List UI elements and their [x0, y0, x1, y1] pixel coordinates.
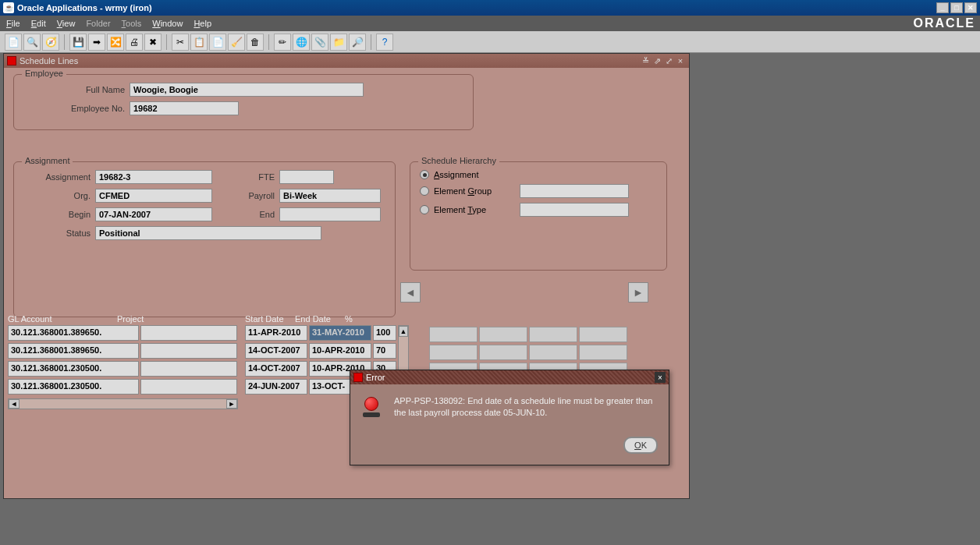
org-field[interactable]: CFMED — [95, 189, 212, 203]
ph-cell[interactable] — [479, 345, 527, 360]
fte-field[interactable] — [279, 170, 334, 184]
zoom-icon[interactable]: 🔎 — [349, 34, 366, 51]
hierarchy-legend: Schedule Hierarchy — [418, 156, 499, 165]
menu-tools[interactable]: Tools — [122, 19, 142, 28]
intwin-close-icon[interactable]: × — [675, 55, 686, 66]
radio-element-group[interactable] — [420, 186, 429, 196]
assignment-field[interactable]: 19682-3 — [95, 170, 212, 184]
grid-cell[interactable]: 31-MAY-2010 — [309, 325, 371, 341]
folder-tools-icon[interactable]: 📁 — [330, 34, 347, 51]
table-row[interactable]: 30.121.368001.389650.11-APR-201031-MAY-2… — [8, 325, 398, 341]
full-name-label: Full Name — [23, 85, 125, 94]
assignment-label: Assignment — [23, 172, 91, 182]
grid-cell[interactable] — [140, 361, 237, 377]
error-close-button[interactable]: × — [655, 372, 666, 383]
internal-window-titlebar: Schedule Lines ≚ ⇗ ⤢ × — [4, 54, 689, 68]
grid-cell[interactable]: 24-JUN-2007 — [245, 379, 307, 395]
maximize-button[interactable]: □ — [950, 2, 963, 13]
clear-icon[interactable]: 🧹 — [228, 34, 245, 51]
menu-folder[interactable]: Folder — [86, 19, 110, 28]
grid-cell[interactable]: 11-APR-2010 — [245, 325, 307, 341]
scroll-left-icon[interactable]: ◄ — [9, 399, 20, 409]
print-icon[interactable]: 🖨 — [126, 34, 143, 51]
menu-file[interactable]: File — [6, 19, 20, 28]
grid-cell[interactable]: 100 — [373, 325, 396, 341]
grid-cell[interactable]: 10-APR-2010 — [309, 343, 371, 359]
employee-fieldset: Employee Full Name Woogie, Boogie Employ… — [13, 74, 474, 130]
intwin-maximize-icon[interactable]: ⤢ — [663, 55, 674, 66]
scroll-right-icon[interactable]: ► — [226, 399, 237, 409]
table-row[interactable]: 30.121.368001.230500.14-OCT-200710-APR-2… — [8, 361, 398, 377]
switch-icon[interactable]: 🔀 — [107, 34, 124, 51]
translate-icon[interactable]: 🌐 — [293, 34, 310, 51]
paste-icon[interactable]: 📄 — [209, 34, 226, 51]
grid-cell[interactable]: 14-OCT-2007 — [245, 343, 307, 359]
table-row[interactable]: 30.121.368001.389650.14-OCT-200710-APR-2… — [8, 343, 398, 359]
col-project: Project — [117, 314, 215, 324]
ph-cell[interactable] — [429, 345, 478, 360]
grid-cell[interactable]: 30.121.368001.389650. — [8, 325, 139, 341]
payroll-field[interactable]: Bi-Week — [279, 189, 381, 203]
end-field[interactable] — [279, 207, 381, 221]
menu-view[interactable]: View — [57, 19, 76, 28]
employee-legend: Employee — [22, 69, 66, 78]
grid-cell[interactable]: 30.121.368001.230500. — [8, 361, 139, 377]
edit-icon[interactable]: ✏ — [274, 34, 291, 51]
grid-hscroll[interactable]: ◄ ► — [8, 398, 238, 409]
radio-assignment[interactable] — [420, 170, 429, 179]
grid-cell[interactable] — [140, 379, 237, 395]
ok-button[interactable]: OK — [623, 437, 658, 454]
workarea: Schedule Lines ≚ ⇗ ⤢ × Employee Full Nam… — [0, 53, 980, 545]
copy-icon[interactable]: 📋 — [190, 34, 208, 51]
ph-cell[interactable] — [579, 327, 627, 342]
help-icon[interactable]: ? — [376, 34, 393, 51]
error-icon — [363, 395, 385, 417]
element-group-field[interactable] — [520, 184, 629, 198]
intwin-minimize-icon[interactable]: ≚ — [640, 55, 651, 66]
status-field[interactable]: Positional — [95, 226, 321, 240]
radio-element-type[interactable] — [420, 205, 429, 214]
grid-cell[interactable]: 30.121.368001.389650. — [8, 343, 139, 359]
nav-icon[interactable]: 🧭 — [42, 34, 59, 51]
menu-help[interactable]: Help — [194, 19, 211, 28]
delete-icon[interactable]: 🗑 — [247, 34, 264, 51]
fte-label: FTE — [212, 172, 275, 182]
table-row[interactable]: 30.121.368001.230500.24-JUN-200713-OCT- — [8, 379, 398, 395]
radio-assignment-label: Assignment — [434, 170, 478, 179]
grid-cell[interactable]: 30.121.368001.230500. — [8, 379, 139, 395]
begin-field[interactable]: 07-JAN-2007 — [95, 207, 212, 221]
grid-cell[interactable]: 70 — [373, 343, 396, 359]
emp-no-field[interactable]: 19682 — [130, 101, 239, 115]
find-icon[interactable]: 🔍 — [23, 34, 41, 51]
nav-next-button[interactable]: ► — [628, 282, 648, 303]
intwin-restore-icon[interactable]: ⇗ — [652, 55, 662, 66]
new-icon[interactable]: 📄 — [5, 34, 22, 51]
ph-cell[interactable] — [479, 327, 527, 342]
status-label: Status — [23, 228, 91, 238]
window-title: Oracle Applications - wrmy (iron) — [17, 3, 152, 12]
ph-cell[interactable] — [529, 327, 577, 342]
minimize-button[interactable]: _ — [936, 2, 949, 13]
attach-icon[interactable]: 📎 — [311, 34, 328, 51]
grid-cell[interactable]: 14-OCT-2007 — [245, 361, 307, 377]
ph-cell[interactable] — [429, 327, 478, 342]
ph-cell[interactable] — [579, 345, 627, 360]
next-step-icon[interactable]: ➡ — [88, 34, 105, 51]
ph-cell[interactable] — [529, 345, 577, 360]
menu-edit[interactable]: Edit — [31, 19, 46, 28]
close-button[interactable]: ✕ — [964, 2, 977, 13]
menu-window[interactable]: Window — [152, 19, 183, 28]
close-form-icon[interactable]: ✖ — [144, 34, 162, 51]
nav-prev-button[interactable]: ◄ — [400, 282, 421, 303]
scroll-up-icon[interactable]: ▲ — [399, 326, 408, 337]
grid-cell[interactable] — [140, 325, 237, 341]
hierarchy-fieldset: Schedule Hierarchy Assignment Element Gr… — [410, 161, 667, 271]
save-icon[interactable]: 💾 — [69, 34, 87, 51]
assignment-legend: Assignment — [22, 156, 73, 165]
cut-icon[interactable]: ✂ — [172, 34, 189, 51]
oracle-logo: ORACLE — [913, 16, 975, 30]
grid-cell[interactable] — [140, 343, 237, 359]
element-type-field[interactable] — [520, 203, 629, 217]
radio-element-group-label: Element Group — [434, 186, 520, 196]
full-name-field[interactable]: Woogie, Boogie — [130, 83, 364, 97]
